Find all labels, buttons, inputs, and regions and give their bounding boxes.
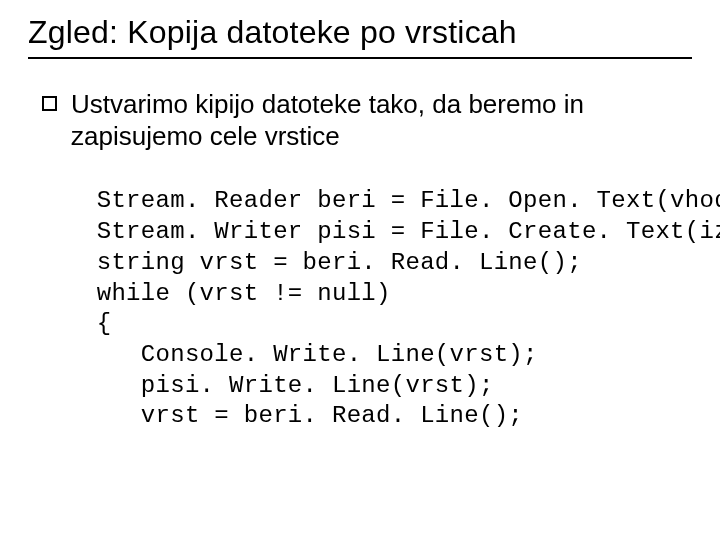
code-line: Console. Write. Line(vrst); xyxy=(82,341,538,368)
code-line: Stream. Writer pisi = File. Create. Text… xyxy=(82,218,720,245)
code-line: Stream. Reader beri = File. Open. Text(v… xyxy=(82,187,720,214)
code-line: vrst = beri. Read. Line(); xyxy=(82,402,523,429)
slide: Zgled: Kopija datoteke po vrsticah Ustva… xyxy=(0,0,720,540)
slide-title: Zgled: Kopija datoteke po vrsticah xyxy=(28,14,692,59)
code-line: { xyxy=(82,310,111,337)
code-block: Stream. Reader beri = File. Open. Text(v… xyxy=(82,186,692,432)
square-bullet-icon xyxy=(42,96,57,111)
code-line: while (vrst != null) xyxy=(82,280,391,307)
code-line: string vrst = beri. Read. Line(); xyxy=(82,249,582,276)
code-line: pisi. Write. Line(vrst); xyxy=(82,372,494,399)
bullet-text: Ustvarimo kipijo datoteke tako, da berem… xyxy=(71,89,692,152)
bullet-item: Ustvarimo kipijo datoteke tako, da berem… xyxy=(42,89,692,152)
